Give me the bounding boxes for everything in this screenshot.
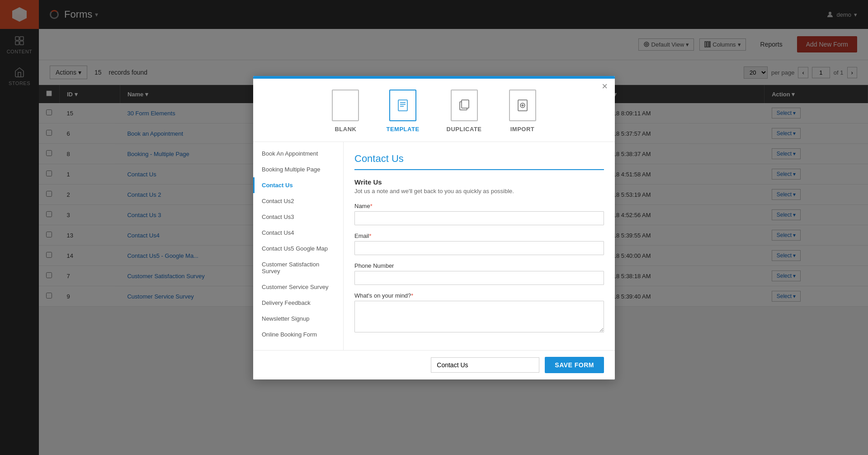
preview-field-label: What's on your mind?* (354, 292, 604, 299)
template-list-item[interactable]: Customer Satisfaction Survey (253, 256, 343, 279)
template-tab-icon (389, 90, 416, 121)
template-list-item[interactable]: Contact Us4 (253, 225, 343, 241)
preview-field-input[interactable] (354, 211, 604, 225)
required-indicator: * (369, 232, 372, 239)
template-list: Book An AppointmentBooking Multiple Page… (253, 142, 344, 350)
template-list-item[interactable]: Delivery Feedback (253, 295, 343, 311)
form-name-input[interactable] (431, 357, 539, 373)
duplicate-tab-icon (451, 90, 478, 121)
tab-template[interactable]: TEMPLATE (386, 90, 419, 133)
preview-field-label: Phone Number (354, 262, 604, 269)
modal-body: Book An AppointmentBooking Multiple Page… (253, 142, 615, 350)
template-list-item[interactable]: Customer Service Survey (253, 279, 343, 295)
save-form-button[interactable]: SAVE FORM (545, 357, 604, 373)
tab-blank[interactable]: BLANK (332, 90, 359, 133)
required-indicator: * (411, 292, 413, 299)
required-indicator: * (370, 203, 373, 209)
preview-field: Email* (354, 232, 604, 255)
template-list-item[interactable]: Contact Us2 (253, 193, 343, 209)
preview-pane: Contact Us Write Us Jot us a note and we… (344, 142, 615, 350)
template-list-item[interactable]: Online Booking Form (253, 327, 343, 342)
template-list-item[interactable]: Contact Us3 (253, 209, 343, 225)
template-list-item[interactable]: Contact Us5 Google Map (253, 241, 343, 256)
preview-field: Phone Number (354, 262, 604, 285)
template-list-item[interactable]: Book An Appointment (253, 146, 343, 161)
svg-rect-15 (462, 100, 469, 108)
template-list-item[interactable]: Contact Us (253, 177, 343, 193)
modal-close-button[interactable]: × (602, 81, 608, 91)
template-list-item[interactable]: Newsletter Signup (253, 311, 343, 327)
preview-field: What's on your mind?* (354, 292, 604, 334)
template-list-item[interactable]: Booking Multiple Page (253, 161, 343, 177)
preview-title: Contact Us (354, 153, 604, 170)
tab-import[interactable]: IMPORT (509, 90, 536, 133)
preview-field-textarea[interactable] (354, 301, 604, 332)
tab-duplicate[interactable]: DUPLICATE (447, 90, 482, 133)
preview-field-input[interactable] (354, 241, 604, 255)
preview-field-input[interactable] (354, 271, 604, 285)
preview-subtitle: Write Us (354, 178, 604, 186)
preview-description: Jot us a note and we'll get back to you … (354, 188, 604, 194)
preview-fields: Name*Email*Phone NumberWhat's on your mi… (354, 203, 604, 334)
new-form-modal: × BLANK TEMPLATE (253, 76, 615, 379)
preview-field-label: Email* (354, 232, 604, 239)
modal-overlay[interactable]: × BLANK TEMPLATE (0, 0, 868, 455)
import-tab-icon (509, 90, 536, 121)
modal-footer: SAVE FORM (253, 350, 615, 379)
preview-field: Name* (354, 203, 604, 225)
svg-rect-10 (398, 100, 407, 111)
preview-field-label: Name* (354, 203, 604, 209)
modal-tabs: BLANK TEMPLATE (253, 79, 615, 142)
blank-tab-icon (332, 90, 359, 121)
